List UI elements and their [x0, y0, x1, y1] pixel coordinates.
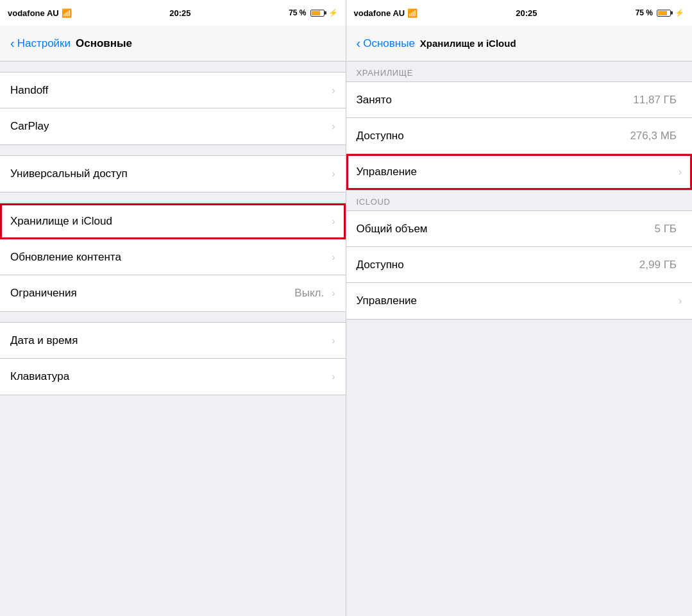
right-charging-icon: ⚡: [675, 8, 684, 17]
right-battery-tip: [671, 12, 673, 15]
right-status-bar: vodafone AU 📶 20:25 75 % ⚡: [346, 0, 693, 26]
icloud-available-value: 2,99 ГБ: [639, 259, 677, 271]
right-status-left: vodafone AU 📶: [354, 8, 418, 18]
left-wifi-icon: 📶: [62, 8, 72, 18]
right-carrier: vodafone AU: [354, 8, 405, 18]
icloud-available-label: Доступно: [357, 259, 404, 271]
icloud-total-label: Общий объем: [357, 223, 428, 235]
storage-used-value: 11,87 ГБ: [633, 94, 677, 107]
left-status-left: vodafone AU 📶: [8, 8, 72, 18]
storage-available-value: 276,3 МБ: [630, 130, 677, 142]
right-time: 20:25: [516, 8, 537, 18]
left-battery-pct: 75 %: [289, 8, 306, 17]
sidebar-item-datetime[interactable]: Дата и время ›: [0, 323, 346, 359]
storage-icloud-chevron-icon: ›: [332, 216, 335, 227]
storage-manage-label: Управление: [357, 166, 418, 178]
left-nav-bar: ‹ Настройки Основные: [0, 26, 346, 62]
restrictions-right: Выкл. ›: [294, 287, 335, 300]
datetime-label: Дата и время: [10, 334, 78, 347]
right-back-label: Основные: [363, 37, 415, 50]
left-nav-back-button[interactable]: ‹ Настройки: [10, 37, 71, 51]
left-battery-tip: [325, 12, 326, 15]
storage-used-label: Занято: [357, 94, 392, 107]
sidebar-item-keyboard[interactable]: Клавиатура ›: [0, 359, 346, 395]
right-panel: vodafone AU 📶 20:25 75 % ⚡ ‹ Основные Хр…: [346, 0, 693, 616]
sidebar-item-restrictions[interactable]: Ограничения Выкл. ›: [0, 275, 346, 311]
datetime-right: ›: [332, 335, 335, 346]
left-mid-spacer: [0, 145, 346, 155]
handoff-chevron-icon: ›: [332, 85, 335, 96]
sidebar-item-handoff[interactable]: Handoff ›: [0, 73, 346, 108]
storage-available-right: 276,3 МБ: [630, 130, 682, 142]
left-charging-icon: ⚡: [328, 8, 338, 17]
right-battery-fill: [658, 11, 667, 15]
right-nav-bar: ‹ Основные Хранилище и iCloud: [346, 26, 693, 62]
accessibility-right: ›: [332, 168, 335, 180]
left-nav-title: Основные: [76, 37, 132, 50]
handoff-label: Handoff: [10, 84, 48, 97]
handoff-right: ›: [332, 85, 335, 96]
sidebar-item-accessibility[interactable]: Универсальный доступ ›: [0, 156, 346, 192]
right-back-chevron-icon: ‹: [357, 36, 361, 51]
icloud-total-value: 5 ГБ: [654, 223, 677, 235]
storage-icloud-label: Хранилище и iCloud: [10, 215, 112, 228]
left-panel: vodafone AU 📶 20:25 75 % ⚡ ‹ Настройки О…: [0, 0, 346, 616]
icloud-group: Общий объем 5 ГБ Доступно 2,99 ГБ Управл…: [346, 210, 693, 320]
restrictions-label: Ограничения: [10, 287, 77, 300]
accessibility-chevron-icon: ›: [332, 168, 335, 180]
carplay-label: CarPlay: [10, 120, 49, 133]
restrictions-value: Выкл.: [294, 287, 324, 300]
left-status-right: 75 % ⚡: [289, 8, 337, 17]
icloud-manage-right: ›: [679, 295, 682, 307]
icloud-manage-item[interactable]: Управление ›: [346, 283, 693, 319]
storage-manage-chevron-icon: ›: [679, 166, 682, 178]
left-back-label: Настройки: [17, 37, 71, 50]
carplay-right: ›: [332, 121, 335, 132]
icloud-available-right: 2,99 ГБ: [639, 259, 682, 271]
icloud-manage-chevron-icon: ›: [679, 295, 682, 307]
left-battery-icon: [310, 10, 325, 17]
right-nav-back-button[interactable]: ‹ Основные: [357, 37, 415, 51]
storage-available-label: Доступно: [357, 130, 404, 142]
left-battery-fill: [312, 11, 321, 15]
icloud-section-label: ICLOUD: [346, 191, 693, 210]
left-last-spacer: [0, 312, 346, 322]
storage-section-label: ХРАНИЛИЩЕ: [346, 62, 693, 81]
restrictions-chevron-icon: ›: [332, 287, 335, 299]
sidebar-item-carplay[interactable]: CarPlay ›: [0, 108, 346, 144]
sidebar-item-content-update[interactable]: Обновление контента ›: [0, 239, 346, 275]
right-content: ХРАНИЛИЩЕ Занято 11,87 ГБ Доступно 276,3…: [346, 62, 693, 616]
left-content: Handoff › CarPlay › Универсальный доступ…: [0, 62, 346, 616]
storage-manage-right: ›: [679, 166, 682, 178]
left-top-group: Handoff › CarPlay ›: [0, 72, 346, 145]
sidebar-item-storage-icloud[interactable]: Хранилище и iCloud ›: [0, 203, 346, 239]
content-update-label: Обновление контента: [10, 251, 121, 264]
left-bottom-group: Хранилище и iCloud › Обновление контента…: [0, 203, 346, 312]
datetime-chevron-icon: ›: [332, 335, 335, 346]
left-carrier: vodafone AU: [8, 8, 59, 18]
storage-available-item: Доступно 276,3 МБ: [346, 118, 693, 154]
icloud-available-item: Доступно 2,99 ГБ: [346, 247, 693, 283]
accessibility-label: Универсальный доступ: [10, 167, 128, 180]
storage-used-item: Занято 11,87 ГБ: [346, 82, 693, 118]
left-back-chevron-icon: ‹: [10, 36, 15, 51]
storage-icloud-right: ›: [332, 216, 335, 227]
keyboard-label: Клавиатура: [10, 370, 69, 383]
left-last-group: Дата и время › Клавиатура ›: [0, 322, 346, 395]
storage-used-right: 11,87 ГБ: [633, 94, 682, 107]
left-bottom-spacer: [0, 193, 346, 203]
icloud-total-right: 5 ГБ: [654, 223, 682, 235]
left-time: 20:25: [169, 8, 190, 18]
keyboard-right: ›: [332, 371, 335, 382]
storage-manage-item[interactable]: Управление ›: [346, 154, 693, 190]
content-update-chevron-icon: ›: [332, 252, 335, 263]
carplay-chevron-icon: ›: [332, 121, 335, 132]
content-update-right: ›: [332, 252, 335, 263]
left-top-spacer: [0, 62, 346, 72]
left-mid-group: Универсальный доступ ›: [0, 155, 346, 193]
right-wifi-icon: 📶: [407, 8, 418, 18]
icloud-manage-label: Управление: [357, 295, 418, 307]
right-battery-pct: 75 %: [636, 8, 653, 17]
right-status-right: 75 % ⚡: [636, 8, 684, 17]
keyboard-chevron-icon: ›: [332, 371, 335, 382]
